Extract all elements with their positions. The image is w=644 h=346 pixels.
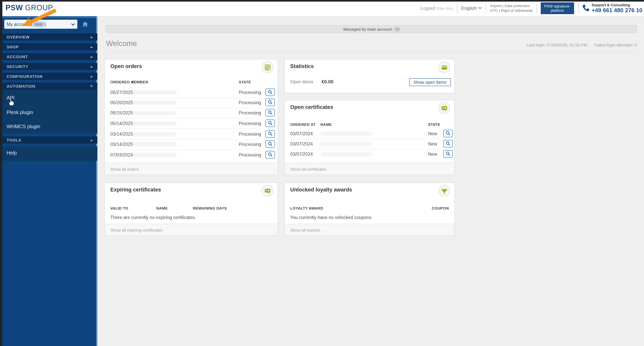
chevron-up-icon (90, 75, 93, 77)
language-select[interactable]: English (461, 5, 482, 11)
col-header-state: STATE (239, 80, 251, 84)
view-certificate-button[interactable] (443, 130, 453, 137)
card-title: Unlocked loyalty awards (290, 187, 352, 193)
chevron-down-icon (90, 85, 93, 87)
magnifier-icon (268, 141, 273, 147)
card-footer: Show all expiring certificates (105, 224, 278, 236)
empty-message: There are currently no expiring certific… (110, 215, 196, 220)
sidebar-section-automation[interactable]: AUTOMATION (2, 83, 98, 90)
view-order-button[interactable] (266, 109, 275, 116)
view-order-button[interactable] (266, 88, 275, 96)
home-icon[interactable] (82, 21, 88, 29)
support-phone-number: +49 661 480 276 10 (592, 7, 642, 13)
session-timer: (29m 44s) (436, 6, 453, 11)
show-all-orders-link[interactable]: Show all orders (110, 166, 139, 171)
screen-edge-left (0, 0, 2, 346)
magnifier-icon (268, 131, 273, 136)
support-contact[interactable]: Support & Consulting +49 661 480 276 10 (582, 3, 642, 13)
view-order-button[interactable] (266, 99, 275, 106)
sidebar-section-account[interactable]: ACCOUNT (2, 53, 98, 60)
header-divider (486, 3, 486, 13)
sidebar-item-plesk-plugin[interactable]: Plesk plugin (7, 110, 33, 115)
order-date: 03/14/2025 (110, 142, 133, 147)
empty-message: You currently have no unlocked coupons. (290, 215, 373, 220)
sidebar-section-security[interactable]: SECURITY (2, 63, 98, 70)
tools-submenu: Help (2, 146, 98, 161)
col-header-state: STATE (428, 122, 440, 127)
col-header-loyalty-award: LOYALTY AWARD (290, 206, 323, 210)
magnifier-icon (446, 131, 450, 136)
cert-date: 03/07/2024 (290, 152, 313, 156)
magnifier-icon (268, 100, 273, 105)
order-state: Processing (239, 100, 261, 105)
cert-state: New (428, 131, 437, 136)
row-divider (290, 139, 447, 139)
loyalty-awards-card: Unlocked loyalty awards LOYALTY AWARD CO… (284, 183, 455, 236)
chevron-down-icon (478, 7, 482, 10)
statistics-card: Statistics Open items €0.00 Show open it… (284, 59, 455, 93)
legal-links-gtc[interactable]: GTC | Right of withdrawal (490, 8, 532, 13)
sidebar-section-overview[interactable]: OVERVIEW (2, 33, 98, 41)
divider (106, 51, 637, 52)
screen-edge-top (0, 0, 644, 2)
magnifier-icon (446, 141, 450, 146)
view-certificate-button[interactable] (443, 140, 453, 147)
card-footer: Show all orders (105, 163, 278, 175)
chevron-up-icon (90, 139, 93, 141)
sidebar-section-tools[interactable]: TOOLS (2, 136, 98, 143)
redacted-order-number (131, 91, 176, 94)
col-header-number: NUMBER (131, 80, 148, 84)
header-divider (536, 3, 537, 13)
cert-date: 03/07/2024 (290, 141, 313, 146)
card-footer: Show all certificates (285, 163, 454, 175)
sidebar-section-shop[interactable]: SHOP (2, 43, 98, 50)
order-state: Processing (239, 132, 261, 136)
card-footer: Show all awards (285, 224, 454, 236)
psw-signature-platform-button[interactable]: PSW signature- platform (541, 2, 574, 14)
row-divider (110, 97, 262, 98)
magnifier-icon (268, 90, 273, 95)
col-header-name: NAME (320, 122, 332, 127)
card-title: Statistics (290, 63, 314, 69)
header-divider (578, 3, 578, 13)
failed-attempts-text: Failed login attempts: 0 (594, 43, 637, 47)
show-all-awards-link[interactable]: Show all awards (290, 228, 320, 232)
logout-button[interactable]: Logout (29m 44s) (420, 5, 453, 11)
redacted-order-number (131, 122, 176, 125)
certificate-icon (438, 102, 450, 114)
col-header-name: NAME (156, 206, 168, 210)
sidebar-item-whmcs-plugin[interactable]: WHMCS plugin (7, 124, 40, 129)
show-all-expiring-certificates-link[interactable]: Show all expiring certificates (110, 228, 162, 232)
view-certificate-button[interactable] (443, 150, 453, 158)
row-divider (110, 108, 262, 108)
view-order-button[interactable] (266, 119, 275, 127)
redacted-order-number (131, 111, 176, 114)
credit-card-icon (438, 61, 450, 73)
redacted-main-account (394, 27, 400, 31)
col-header-coupon: COUPON (432, 206, 449, 210)
sidebar-item-help[interactable]: Help (7, 150, 17, 156)
legal-links-imprint[interactable]: Imprint | Data protection (490, 4, 532, 8)
show-open-items-button[interactable]: Show open items (409, 78, 451, 86)
col-header-remaining: REMAINING DAYS (193, 206, 227, 210)
cert-state: New (428, 152, 437, 156)
tutorial-arrow (20, 7, 59, 31)
col-header-valid-to: VALID TO (110, 206, 128, 210)
card-title: Open certificates (290, 104, 333, 110)
view-order-button[interactable] (266, 140, 275, 148)
automation-submenu: API Plesk plugin WHMCS plugin (2, 90, 98, 134)
chevron-up-icon (90, 36, 93, 38)
order-date: 05/15/2025 (110, 110, 133, 115)
view-order-button[interactable] (266, 130, 275, 138)
order-state: Processing (239, 110, 261, 115)
magnifier-icon (268, 110, 273, 115)
cert-state: New (428, 141, 437, 146)
sidebar-section-configuration[interactable]: CONFIGURATION (2, 73, 98, 80)
show-all-certificates-link[interactable]: Show all certificates (290, 166, 327, 171)
col-header-ordered-at: ORDERED AT (290, 122, 316, 127)
order-date: 05/14/2025 (110, 121, 133, 126)
view-order-button[interactable] (266, 151, 275, 158)
order-state: Processing (239, 152, 261, 157)
redacted-order-number (131, 132, 176, 136)
chevron-up-icon (90, 46, 93, 48)
